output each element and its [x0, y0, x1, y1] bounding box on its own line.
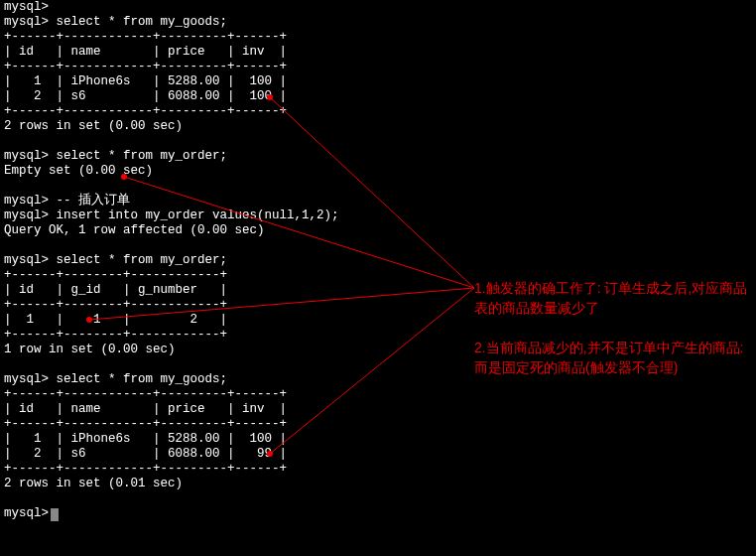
- terminal-output: mysql>mysql> select * from my_goods;+---…: [0, 0, 756, 521]
- terminal-line: [4, 179, 752, 194]
- terminal-line: +------+------------+---------+------+: [4, 60, 752, 74]
- terminal-line: 2 rows in set (0.01 sec): [4, 477, 752, 491]
- terminal-line: mysql>: [4, 506, 752, 521]
- terminal-line: Empty set (0.00 sec): [4, 164, 752, 179]
- terminal-line: mysql>: [4, 0, 752, 15]
- terminal-line: | id | name | price | inv |: [4, 402, 752, 417]
- annotation-text: 1.触发器的确工作了: 订单生成之后,对应商品表的商品数量减少了 2.当前商品减…: [474, 278, 752, 377]
- terminal-line: mysql> -- 插入订单: [4, 194, 752, 208]
- terminal-line: | id | name | price | inv |: [4, 45, 752, 60]
- marker-dot: [86, 317, 92, 323]
- terminal-line: | 2 | s6 | 6088.00 | 100 |: [4, 89, 752, 104]
- terminal-line: [4, 134, 752, 149]
- annotation-paragraph-1: 1.触发器的确工作了: 订单生成之后,对应商品表的商品数量减少了: [474, 278, 752, 318]
- terminal-line: +------+------------+---------+------+: [4, 30, 752, 45]
- terminal-line: [4, 238, 752, 253]
- terminal-line: Query OK, 1 row affected (0.00 sec): [4, 223, 752, 238]
- terminal-line: | 2 | s6 | 6088.00 | 99 |: [4, 447, 752, 462]
- terminal-line: 2 rows in set (0.00 sec): [4, 119, 752, 134]
- terminal-line: mysql> select * from my_order;: [4, 149, 752, 164]
- terminal-line: +------+------------+---------+------+: [4, 387, 752, 402]
- annotation-paragraph-2: 2.当前商品减少的,并不是订单中产生的商品: 而是固定死的商品(触发器不合理): [474, 338, 752, 377]
- terminal-line: +------+------------+---------+------+: [4, 104, 752, 119]
- terminal-line: +------+------------+---------+------+: [4, 417, 752, 432]
- marker-dot: [267, 451, 273, 457]
- terminal-line: mysql> insert into my_order values(null,…: [4, 208, 752, 223]
- marker-dot: [267, 94, 273, 100]
- terminal-line: mysql> select * from my_order;: [4, 253, 752, 268]
- terminal-line: | 1 | iPhone6s | 5288.00 | 100 |: [4, 74, 752, 89]
- marker-dot: [121, 174, 127, 180]
- cursor: [51, 508, 59, 521]
- terminal-line: mysql> select * from my_goods;: [4, 15, 752, 30]
- terminal-line: +------+------------+---------+------+: [4, 462, 752, 477]
- terminal-line: | 1 | iPhone6s | 5288.00 | 100 |: [4, 432, 752, 447]
- terminal-line: [4, 491, 752, 506]
